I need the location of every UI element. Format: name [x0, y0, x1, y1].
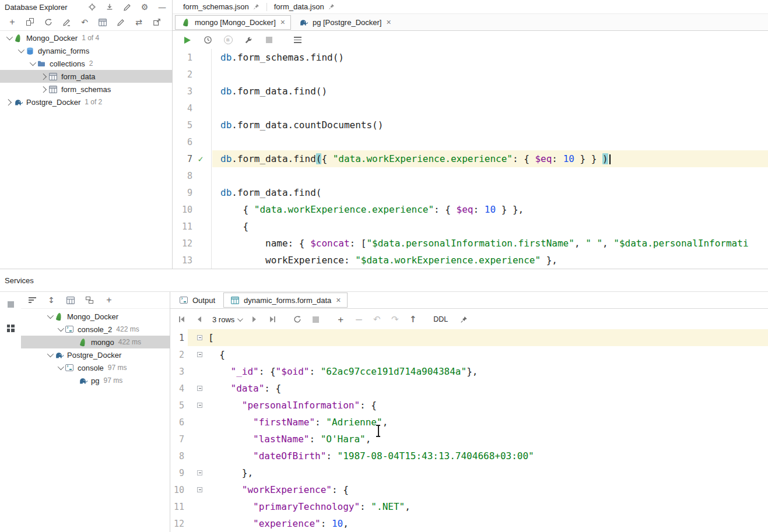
code-line[interactable]: {: [212, 218, 768, 235]
chevron-right-icon[interactable]: [40, 85, 48, 93]
pin-icon[interactable]: [253, 3, 259, 10]
json-line[interactable]: "_id": {"$oid": "62ac97cce191d714a904384…: [188, 363, 768, 380]
tree-item-form-data[interactable]: form_data: [0, 70, 172, 83]
prev-page-button[interactable]: [194, 314, 205, 325]
tab-mongo-console[interactable]: mongo [Mongo_Docker] ×: [175, 15, 291, 30]
code-line[interactable]: [212, 133, 768, 150]
code-line[interactable]: db.form_data.find(): [212, 83, 768, 100]
code-line-current[interactable]: db.form_data.find({ "data.workExperience…: [212, 150, 768, 167]
panel-splitter-vertical[interactable]: [172, 0, 173, 269]
revert-button[interactable]: ↶: [79, 17, 90, 27]
close-tab-icon[interactable]: ×: [336, 296, 341, 304]
mongo-console-editor[interactable]: 1 2 3 4 5 6 7✓ 8 9 10 11 12 13 db.form_s…: [173, 49, 768, 269]
fold-marker-icon[interactable]: [197, 335, 202, 340]
tab-form-schemas-json[interactable]: form_schemas.json: [173, 0, 266, 13]
fold-end-marker-icon[interactable]: [197, 470, 202, 475]
hide-panel-button[interactable]: —: [157, 2, 167, 12]
fold-marker-icon[interactable]: [197, 403, 202, 408]
code-line[interactable]: [212, 167, 768, 184]
add-service-button[interactable]: +: [104, 295, 114, 305]
stop-query-button[interactable]: [310, 314, 321, 325]
profile-button[interactable]: B: [223, 35, 233, 45]
json-line-current[interactable]: [: [188, 329, 768, 346]
pin-tab-button[interactable]: [458, 314, 469, 325]
json-result-viewer[interactable]: 1 2 3 4 5 6 7 8 9 10 11 12 [ { "_id": {"…: [170, 329, 768, 532]
chevron-down-icon[interactable]: [28, 59, 36, 68]
tab-form-data-json[interactable]: form_data.json: [267, 0, 342, 13]
settings-button[interactable]: ⚙: [139, 2, 150, 12]
refresh-button[interactable]: [43, 17, 54, 27]
stop-button[interactable]: [264, 35, 274, 45]
code-line[interactable]: [212, 100, 768, 117]
tree-item-form-schemas[interactable]: form_schemas: [0, 83, 172, 96]
chevron-down-icon[interactable]: [56, 325, 64, 333]
close-tab-icon[interactable]: ×: [280, 18, 285, 26]
stop-process-button[interactable]: [5, 299, 16, 309]
json-line[interactable]: {: [188, 346, 768, 363]
code-line[interactable]: name: { $concat: ["$data.personalInforma…: [212, 235, 768, 252]
json-line[interactable]: "workExperience": {: [188, 481, 768, 498]
last-page-button[interactable]: [267, 314, 278, 325]
chevron-right-icon[interactable]: [40, 72, 48, 80]
tree-item-mongo-docker[interactable]: Mongo_Docker 1 of 4: [0, 31, 172, 44]
next-page-button[interactable]: [249, 314, 259, 325]
chevron-down-icon[interactable]: [45, 312, 54, 320]
add-row-button[interactable]: +: [335, 314, 346, 325]
code-line[interactable]: workExperience: "$data.workExperience.ex…: [212, 252, 768, 269]
duplicate-button[interactable]: [25, 17, 36, 27]
chevron-down-icon[interactable]: [45, 351, 54, 359]
delete-row-button[interactable]: −: [353, 314, 364, 325]
json-line[interactable]: "personalInformation": {: [188, 397, 768, 414]
tab-dynamic-forms-form-data[interactable]: dynamic_forms.form_data ×: [223, 293, 347, 308]
tab-output[interactable]: Output: [173, 293, 221, 308]
code-line[interactable]: db.form_schemas.find(): [212, 49, 768, 66]
export-button[interactable]: [152, 17, 162, 27]
close-tab-icon[interactable]: ×: [386, 18, 391, 26]
result-code-area[interactable]: [ { "_id": {"$oid": "62ac97cce191d714a90…: [188, 329, 768, 532]
undo-button[interactable]: ↶: [371, 314, 382, 325]
editor-code-area[interactable]: db.form_schemas.find() db.form_data.find…: [212, 49, 768, 269]
submit-changes-button[interactable]: ↑: [408, 314, 418, 325]
json-line[interactable]: "experience": 10,: [188, 515, 768, 532]
page-size-select[interactable]: 3 rows: [212, 315, 241, 324]
tree-item-postgre-docker[interactable]: Postgre_Docker 1 of 2: [0, 96, 172, 108]
datasource-properties-button[interactable]: [243, 35, 254, 45]
run-button[interactable]: [182, 35, 192, 45]
fold-marker-icon[interactable]: [197, 352, 202, 357]
fold-marker-icon[interactable]: [197, 386, 202, 391]
redo-button[interactable]: ↷: [390, 314, 400, 325]
code-line[interactable]: db.form_data.find(: [212, 184, 768, 201]
json-line[interactable]: "lastName": "O'Hara",: [188, 431, 768, 448]
table-data-button[interactable]: [97, 17, 108, 27]
fold-marker-icon[interactable]: [197, 487, 202, 492]
add-button[interactable]: +: [7, 17, 17, 27]
json-line[interactable]: "data": {: [188, 380, 768, 397]
json-line[interactable]: "firstName": "Adrienne",: [188, 414, 768, 431]
tree-item-collections[interactable]: collections 2: [0, 57, 172, 70]
history-button[interactable]: [202, 35, 213, 45]
group-view-button[interactable]: [65, 295, 76, 305]
first-page-button[interactable]: [176, 314, 187, 325]
edit-source-button[interactable]: [122, 2, 132, 12]
code-line[interactable]: [212, 66, 768, 83]
json-line[interactable]: },: [188, 464, 768, 481]
reload-button[interactable]: [292, 314, 303, 325]
pin-icon[interactable]: [328, 3, 335, 10]
chevron-down-icon[interactable]: [56, 364, 64, 372]
service-item-console-2[interactable]: console_2 422 ms: [21, 323, 170, 336]
locate-button[interactable]: [87, 2, 97, 12]
service-item-console[interactable]: console 97 ms: [21, 361, 170, 374]
ddl-button[interactable]: DDL: [430, 314, 451, 325]
json-line[interactable]: "primaryTechnology": ".NET",: [188, 498, 768, 515]
submit-button[interactable]: [61, 17, 72, 27]
data-grid-button[interactable]: [5, 323, 16, 333]
collapse-all-button[interactable]: [104, 2, 115, 12]
service-item-mongo[interactable]: mongo 422 ms: [21, 336, 170, 348]
code-line[interactable]: db.form_data.countDocuments(): [212, 117, 768, 133]
json-line[interactable]: "dateOfBirth": "1987-08-04T15:43:13.7404…: [188, 448, 768, 464]
tab-pg-console[interactable]: pg [Postgre_Docker] ×: [293, 15, 397, 30]
tree-item-dynamic-forms[interactable]: dynamic_forms: [0, 44, 172, 57]
chevron-down-icon[interactable]: [5, 34, 13, 42]
view-options-button[interactable]: [27, 295, 37, 305]
output-list-button[interactable]: [292, 35, 303, 45]
